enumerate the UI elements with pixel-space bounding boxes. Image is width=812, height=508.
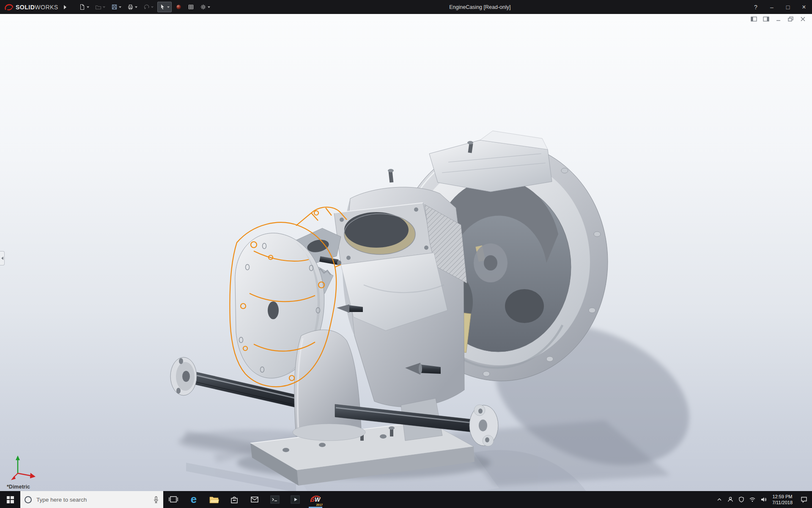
open-button[interactable]	[93, 2, 107, 12]
dropdown-caret-icon[interactable]	[135, 6, 137, 8]
options-button[interactable]	[198, 2, 212, 12]
command-prompt-button[interactable]	[265, 491, 285, 508]
command-prompt-icon	[270, 494, 280, 505]
brand-text-solid: SOLID	[16, 4, 35, 11]
select-cursor-icon	[159, 4, 166, 10]
dropdown-caret-icon[interactable]	[119, 6, 121, 8]
view-layout-icon	[188, 4, 194, 10]
dropdown-caret-icon[interactable]	[151, 6, 154, 8]
quick-toolbar	[77, 2, 212, 12]
volume-icon	[760, 496, 767, 503]
graphics-area[interactable]	[0, 14, 812, 491]
doc-minimize-button[interactable]	[775, 16, 782, 22]
file-explorer-icon	[209, 494, 219, 505]
movies-tv-icon	[290, 494, 300, 505]
dropdown-caret-icon[interactable]	[103, 6, 105, 8]
start-button[interactable]	[0, 491, 20, 508]
shield-icon	[738, 496, 745, 503]
select-tool-button[interactable]	[157, 2, 172, 12]
file-explorer-button[interactable]	[204, 491, 224, 508]
minimize-button[interactable]: –	[764, 0, 780, 14]
tray-person-button[interactable]	[725, 491, 736, 508]
search-input[interactable]	[36, 496, 149, 503]
windows-taskbar: e	[0, 491, 812, 508]
pane-left-icon	[751, 17, 757, 22]
store-icon	[229, 494, 239, 505]
windows-logo-icon	[7, 496, 14, 503]
action-center-button[interactable]	[796, 491, 812, 508]
solidworks-taskbar-button[interactable]: SW 2017	[305, 491, 326, 508]
print-button[interactable]	[125, 2, 140, 12]
doc-minimize-icon	[776, 17, 781, 22]
maximize-button[interactable]: □	[780, 0, 796, 14]
view-layout-button[interactable]	[186, 2, 196, 12]
solidworks-app-icon: SW 2017	[309, 493, 322, 506]
mail-icon	[250, 494, 260, 505]
mail-button[interactable]	[244, 491, 265, 508]
new-document-button[interactable]	[77, 2, 91, 12]
solidworks-year-badge: 2017	[316, 503, 323, 506]
flyout-arrow-icon	[64, 5, 66, 9]
action-center-icon	[800, 496, 808, 503]
doc-close-icon	[800, 17, 806, 22]
solidworks-logo: SOLIDWORKS	[0, 3, 61, 11]
system-tray: 12:59 PM 7/11/2018	[714, 491, 812, 508]
new-document-icon	[79, 4, 85, 10]
tray-network-button[interactable]	[747, 491, 758, 508]
save-icon	[111, 4, 118, 10]
appearance-sphere-icon	[176, 4, 182, 10]
dropdown-caret-icon[interactable]	[87, 6, 89, 8]
print-icon	[127, 4, 134, 10]
edge-icon: e	[191, 494, 197, 505]
clock-time: 12:59 PM	[772, 494, 792, 500]
person-icon	[727, 496, 734, 503]
view-orientation-label: *Dimetric	[7, 484, 30, 490]
network-wifi-icon	[749, 496, 756, 503]
brand-text-works: WORKS	[35, 4, 58, 11]
save-button[interactable]	[109, 2, 123, 12]
document-title: EngineCasing [Read-only]	[449, 4, 510, 10]
clock-date: 7/11/2018	[772, 500, 793, 505]
undo-icon	[143, 4, 150, 10]
document-window-controls	[750, 16, 806, 22]
doc-close-button[interactable]	[799, 16, 806, 22]
movies-tv-button[interactable]	[285, 491, 305, 508]
menu-flyout-button[interactable]	[61, 2, 69, 12]
graphics-viewport[interactable]: *Dimetric	[0, 14, 812, 491]
tray-shield-button[interactable]	[736, 491, 747, 508]
show-display-pane-button[interactable]	[763, 16, 769, 22]
panel-collapse-tab[interactable]	[0, 251, 5, 265]
app-titlebar: SOLIDWORKS	[0, 0, 812, 14]
tray-chevron-button[interactable]	[714, 491, 725, 508]
help-button[interactable]: ?	[748, 0, 764, 14]
tray-volume-button[interactable]	[758, 491, 769, 508]
options-gear-icon	[200, 4, 206, 10]
ds-logo-icon	[4, 3, 14, 11]
top-cap	[429, 131, 552, 192]
orientation-triad-icon	[9, 455, 39, 481]
pane-right-icon	[763, 17, 769, 22]
tray-clock[interactable]: 12:59 PM 7/11/2018	[769, 491, 796, 508]
taskbar-search[interactable]	[20, 491, 163, 508]
task-view-button[interactable]	[163, 491, 184, 508]
doc-restore-icon	[788, 17, 793, 22]
task-view-icon	[168, 494, 178, 505]
window-controls: ? – □ ×	[748, 0, 812, 14]
open-folder-icon	[95, 4, 102, 10]
dropdown-caret-icon[interactable]	[208, 6, 210, 8]
close-button[interactable]: ×	[796, 0, 812, 14]
edge-button[interactable]: e	[184, 491, 204, 508]
undo-button[interactable]	[141, 2, 156, 12]
microphone-icon[interactable]	[153, 496, 159, 504]
show-feature-pane-button[interactable]	[750, 16, 757, 22]
chevron-up-icon	[716, 496, 723, 503]
appearance-button[interactable]	[173, 2, 184, 12]
store-button[interactable]	[224, 491, 244, 508]
dropdown-caret-icon[interactable]	[167, 6, 170, 8]
cortana-icon	[25, 496, 32, 503]
doc-restore-button[interactable]	[787, 16, 794, 22]
collapse-arrow-icon	[1, 257, 3, 260]
